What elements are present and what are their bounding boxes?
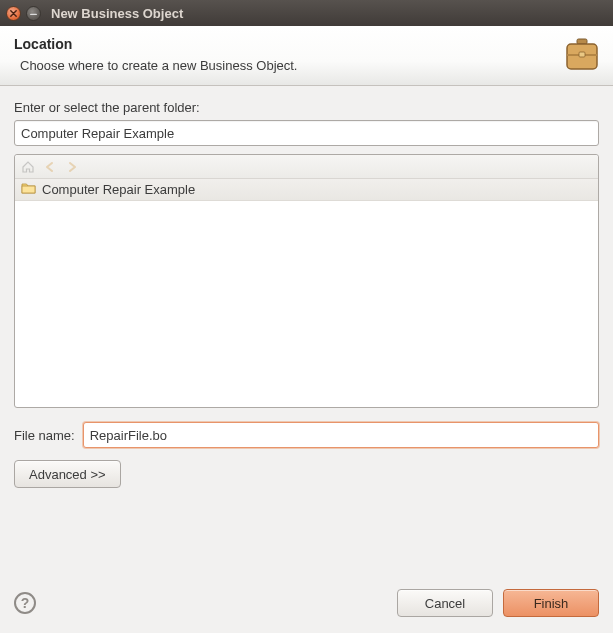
help-button[interactable]: ? [14, 592, 36, 614]
wizard-footer: ? Cancel Finish [0, 577, 613, 633]
page-subtitle: Choose where to create a new Business Ob… [14, 58, 297, 73]
wizard-content: Enter or select the parent folder: [0, 86, 613, 502]
tree-item-label: Computer Repair Example [42, 182, 195, 197]
cancel-button[interactable]: Cancel [397, 589, 493, 617]
back-icon[interactable] [43, 160, 57, 174]
svg-rect-3 [579, 52, 585, 57]
close-window-button[interactable] [6, 6, 21, 21]
file-name-label: File name: [14, 428, 75, 443]
parent-folder-label: Enter or select the parent folder: [14, 100, 599, 115]
window-titlebar: New Business Object [0, 0, 613, 26]
file-name-input[interactable] [83, 422, 599, 448]
folder-icon [21, 181, 36, 198]
tree-item[interactable]: Computer Repair Example [15, 179, 598, 201]
advanced-button[interactable]: Advanced >> [14, 460, 121, 488]
home-icon[interactable] [21, 160, 35, 174]
finish-button[interactable]: Finish [503, 589, 599, 617]
forward-icon[interactable] [65, 160, 79, 174]
folder-tree[interactable]: Computer Repair Example [15, 179, 598, 407]
tree-toolbar [15, 155, 598, 179]
folder-tree-panel: Computer Repair Example [14, 154, 599, 408]
parent-folder-input[interactable] [14, 120, 599, 146]
wizard-header: Location Choose where to create a new Bu… [0, 26, 613, 86]
window-controls [6, 6, 41, 21]
minimize-window-button[interactable] [26, 6, 41, 21]
window-title: New Business Object [51, 6, 183, 21]
page-title: Location [14, 36, 297, 52]
briefcase-icon [565, 37, 599, 73]
svg-rect-4 [22, 186, 35, 193]
